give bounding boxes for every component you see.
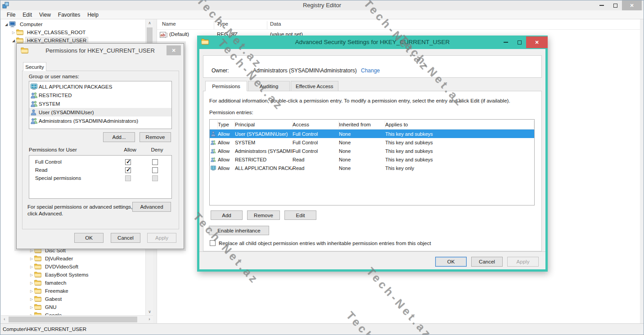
menu-item-view[interactable]: View	[36, 11, 54, 19]
close-icon[interactable]	[622, 0, 642, 10]
folder-icon	[34, 264, 42, 270]
deny-checkbox[interactable]	[152, 167, 158, 173]
permission-entry-row[interactable]: Allow Administrators (SYSADMIN\A... Full…	[210, 147, 534, 155]
tab-effective-access[interactable]: Effective Access	[291, 81, 338, 91]
permission-entry-row[interactable]: Allow User (SYSADMIN\User) Full Control …	[210, 130, 534, 138]
menu-item-edit[interactable]: Edit	[19, 11, 36, 19]
remove-button[interactable]: Remove	[247, 210, 280, 220]
minimize-icon[interactable]	[595, 0, 608, 10]
group-list-item[interactable]: SYSTEM	[29, 99, 171, 108]
column-header-type[interactable]: Type	[217, 21, 228, 27]
tree-item-label: DjVuReader	[44, 255, 74, 262]
tree-item[interactable]: ▷ EasyBoot Systems	[1, 271, 145, 279]
allow-checkbox[interactable]	[125, 167, 131, 173]
menu-item-help[interactable]: Help	[84, 11, 102, 19]
enable-inheritance-button[interactable]: Enable inheritance	[209, 226, 269, 235]
permission-entry-row[interactable]: Allow ALL APPLICATION PACKAGES Read None…	[210, 164, 534, 172]
expand-icon[interactable]: ▷	[29, 297, 34, 301]
expand-icon[interactable]: ◢	[4, 22, 9, 27]
ok-button[interactable]: OK	[74, 233, 104, 243]
tree-item[interactable]: ▷ Google	[1, 311, 145, 315]
expand-icon[interactable]: ▷	[29, 305, 34, 309]
ok-button[interactable]: OK	[435, 257, 467, 267]
column-header-principal[interactable]: Principal	[235, 121, 293, 129]
group-name: User (SYSADMIN\User)	[39, 110, 94, 115]
user-icon	[31, 109, 39, 116]
tree-item[interactable]: ▷ GNU	[1, 303, 145, 311]
group-list-item[interactable]: Administrators (SYSADMIN\Administrators)	[29, 116, 171, 125]
minimize-icon[interactable]	[499, 36, 513, 49]
add-button[interactable]: Add...	[103, 132, 135, 142]
scroll-right-icon[interactable]: ›	[146, 316, 153, 323]
group-icon	[31, 118, 39, 124]
expand-icon[interactable]: ▷	[29, 281, 34, 285]
replace-permissions-checkbox[interactable]	[210, 240, 216, 246]
expand-icon[interactable]: ▷	[11, 31, 16, 35]
tab-permissions[interactable]: Permissions	[205, 81, 247, 91]
entry-principal: ALL APPLICATION PACKAGES	[235, 165, 293, 171]
scroll-down-icon[interactable]: ∨	[146, 308, 153, 315]
column-header-type[interactable]: Type	[218, 121, 235, 129]
entries-header-row: Type Principal Access Inherited from App…	[210, 120, 534, 130]
tree-item[interactable]: ◢ Computer	[1, 20, 145, 28]
expand-icon[interactable]: ◢	[11, 39, 16, 43]
expand-icon[interactable]: ▷	[29, 257, 34, 261]
maximize-icon[interactable]	[513, 36, 526, 49]
allow-checkbox[interactable]	[125, 159, 131, 165]
tree-item-label: HKEY_CURRENT_USER	[26, 37, 88, 44]
menu-item-file[interactable]: File	[3, 11, 19, 19]
tree-item[interactable]: ▷ DVDVideoSoft	[1, 263, 145, 271]
column-header-data[interactable]: Data	[270, 21, 281, 27]
string-value-icon: ab	[160, 32, 168, 39]
entry-applies: This key and subkeys	[385, 157, 534, 162]
group-list-item[interactable]: ALL APPLICATION PACKAGES	[29, 82, 171, 91]
permission-name: Full Control	[35, 159, 62, 165]
column-header-access[interactable]: Access	[293, 121, 339, 129]
column-header-inherited[interactable]: Inherited from	[339, 121, 385, 129]
permission-row: Full Control	[29, 158, 171, 166]
group-list-item[interactable]: User (SYSADMIN\User)	[29, 108, 171, 116]
tab-auditing[interactable]: Auditing	[248, 81, 290, 91]
advanced-button[interactable]: Advanced	[132, 202, 171, 212]
entry-inherited: None	[339, 165, 385, 171]
scrollbar-thumb[interactable]	[9, 317, 137, 322]
menu-item-favorites[interactable]: Favorites	[54, 11, 84, 19]
tree-item-label: Freemake	[44, 288, 70, 294]
tree-item[interactable]: ▷ Gabest	[1, 295, 145, 303]
menubar: FileEditViewFavoritesHelp	[0, 10, 644, 19]
advanced-dialog-titlebar: Advanced Security Settings for HKEY_CURR…	[197, 36, 548, 49]
tree-item[interactable]: ▷ Freemake	[1, 287, 145, 295]
tree-horizontal-scrollbar[interactable]: ‹ ›	[1, 315, 153, 323]
tree-item[interactable]: ▷ DjVuReader	[1, 255, 145, 263]
expand-icon[interactable]: ▷	[29, 273, 34, 277]
group-list-item[interactable]: RESTRICTED	[29, 91, 171, 99]
tree-item[interactable]: ▷ HKEY_CLASSES_ROOT	[1, 28, 145, 36]
maximize-icon[interactable]	[608, 0, 622, 10]
column-header-name[interactable]: Name	[162, 21, 176, 27]
apply-button: Apply	[147, 233, 176, 243]
folder-icon	[34, 312, 42, 315]
scroll-up-icon[interactable]: ∧	[146, 19, 153, 27]
permission-row: Read	[29, 166, 171, 174]
deny-checkbox[interactable]	[152, 159, 158, 165]
expand-icon[interactable]: ▷	[29, 265, 34, 269]
remove-button[interactable]: Remove	[140, 132, 171, 142]
change-owner-link[interactable]: Change	[361, 67, 380, 74]
permission-entry-row[interactable]: Allow RESTRICTED Read None This key and …	[210, 155, 534, 164]
close-icon[interactable]	[526, 36, 548, 48]
window-title: Registry Editor	[0, 2, 644, 9]
add-button[interactable]: Add	[211, 210, 243, 220]
expand-icon[interactable]: ▷	[29, 289, 34, 293]
column-header-applies[interactable]: Applies to	[385, 121, 534, 129]
cancel-button[interactable]: Cancel	[471, 257, 503, 267]
edit-button[interactable]: Edit	[284, 210, 316, 220]
tab-security[interactable]: Security	[23, 62, 46, 71]
scroll-left-icon[interactable]: ‹	[1, 316, 8, 323]
close-icon[interactable]	[167, 45, 181, 55]
permissions-dialog-titlebar: Permissions for HKEY_CURRENT_USER	[17, 44, 184, 58]
permission-entry-row[interactable]: Allow SYSTEM Full Control None This key …	[210, 138, 534, 147]
registry-editor-window: { "window": { "title": "Registry Editor"…	[0, 0, 644, 335]
tree-item-label: GNU	[44, 304, 58, 310]
tree-item[interactable]: ▷ famatech	[1, 279, 145, 287]
cancel-button[interactable]: Cancel	[111, 233, 140, 243]
